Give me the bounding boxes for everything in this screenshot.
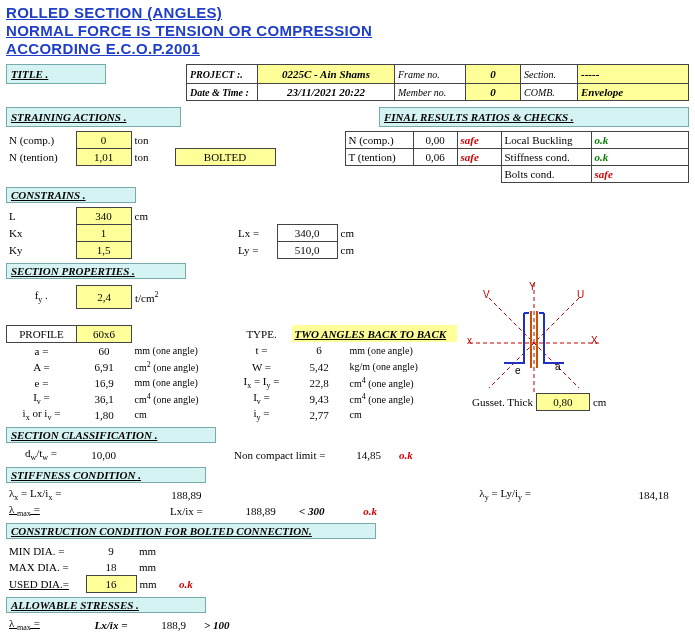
Iv-value: 36,1 (77, 391, 132, 407)
datetime-value: 23/11/2021 20:22 (258, 84, 395, 101)
L-label: L (6, 208, 76, 225)
project-value[interactable]: 0225C - Ain Shams (258, 65, 395, 84)
e-unit: mm (one angle) (132, 375, 232, 391)
res-ncomp-label: N (comp.) (345, 132, 413, 149)
lambday-value: 184,18 (618, 487, 689, 503)
A-label: A = (7, 359, 77, 375)
bolted-cell[interactable]: BOLTED (175, 149, 275, 166)
A-unit: cm2 (one angle) (132, 359, 232, 375)
res-bolts-state: safe (591, 166, 689, 183)
lambdax-value: 188,89 (148, 487, 225, 503)
allow-value: 188,9 (146, 617, 201, 633)
Iv2-value: 9,43 (292, 391, 347, 407)
Iv-unit: cm4 (one angle) (132, 391, 232, 407)
useddia-label: USED DIA.= (6, 575, 86, 592)
type-label: TYPE. (232, 325, 292, 342)
maxdia-value: 18 (86, 559, 136, 576)
Ky-input[interactable]: 1,5 (76, 242, 131, 259)
class-state: o.k (396, 447, 456, 463)
class-lim: 14,85 (341, 447, 396, 463)
gusset-label: Gusset. Thick (469, 394, 536, 411)
type-value[interactable]: TWO ANGLES BACK TO BACK (292, 325, 457, 342)
member-value[interactable]: 0 (466, 84, 521, 101)
Kx-label: Kx (6, 225, 76, 242)
W-value: 5,42 (292, 359, 347, 375)
section-label: Section. (521, 65, 578, 84)
section-value[interactable]: ----- (578, 65, 689, 84)
gusset-input[interactable]: 0,80 (536, 394, 589, 411)
maxdia-label: MAX DIA. = (6, 559, 86, 576)
Ly-value: 510,0 (277, 242, 337, 259)
a-value: 60 (77, 342, 132, 359)
heading-3: ACCORDING E.C.O.P.2001 (6, 40, 689, 58)
res-ttens-state: safe (457, 149, 501, 166)
ixiv-unit: cm (132, 407, 232, 423)
L-input[interactable]: 340 (76, 208, 131, 225)
res-locbuck-state: o.k (591, 132, 689, 149)
profile-input[interactable]: 60x6 (77, 325, 132, 342)
res-stiff-state: o.k (591, 149, 689, 166)
ixiv-value: 1,80 (77, 407, 132, 423)
maxdia-unit: mm (136, 559, 176, 576)
profile-label: PROFILE (7, 325, 77, 342)
t-label: t = (232, 342, 292, 359)
straining-header: STRAINING ACTIONS . (7, 108, 181, 127)
comb-label: COMB. (521, 84, 578, 101)
lambdax-label: λx = Lx/ix = (6, 487, 148, 503)
res-ttens-label: T (tention) (345, 149, 413, 166)
fy-input[interactable]: 2,4 (77, 286, 132, 309)
W-label: W = (232, 359, 292, 375)
res-stiff-label: Stiffness cond. (501, 149, 591, 166)
Lx-unit: cm (337, 225, 377, 242)
mindia-value: 9 (86, 543, 136, 559)
mindia-unit: mm (136, 543, 176, 559)
IxIy-unit: cm4 (one angle) (347, 375, 457, 391)
Lx-label: Lx = (235, 225, 277, 242)
res-locbuck-label: Local Buckling (501, 132, 591, 149)
Iv2-unit: cm4 (one angle) (347, 391, 457, 407)
results-header: FINAL RESULTS RATIOS & CHECKS . (380, 108, 689, 127)
class-lim-label: Non compact limit = (231, 447, 341, 463)
Ly-unit: cm (337, 242, 377, 259)
ntens-input[interactable]: 1,01 (76, 149, 131, 166)
Kx-input[interactable]: 1 (76, 225, 131, 242)
lambdamax-label: λ max = (6, 503, 148, 519)
e-value: 16,9 (77, 375, 132, 391)
mindia-label: MIN DIA. = (6, 543, 86, 559)
stiff-header: STIFFNESS CONDITION . (6, 467, 206, 483)
useddia-unit: mm (136, 575, 176, 592)
fy-unit: t/cm2 (132, 286, 232, 309)
axes-diagram: Y X x U V a e (469, 283, 599, 393)
Iv-label: Iv = (7, 391, 77, 407)
fy-label: fy . (7, 286, 77, 309)
frame-value[interactable]: 0 (466, 65, 521, 84)
allow-lmax-label: λ max = (6, 617, 76, 633)
useddia-input[interactable]: 16 (86, 575, 136, 592)
lambdamax-lim: < 300 (296, 503, 360, 519)
ntens-label: N (tention) (6, 149, 76, 166)
ncomp-unit: ton (131, 132, 175, 149)
bolt-header: CONSTRUCTION CONDITION FOR BOLTED CONNEC… (6, 523, 376, 539)
a-label: a = (7, 342, 77, 359)
t-unit: mm (one angle) (347, 342, 457, 359)
Iv2-label: Iv = (232, 391, 292, 407)
project-label: PROJECT :. (187, 65, 258, 84)
res-ncomp: 0,00 (413, 132, 457, 149)
e-label: e = (7, 375, 77, 391)
heading-1: ROLLED SECTION (ANGLES) (6, 4, 689, 22)
allow-lim: > 100 (201, 617, 261, 633)
constrains-header: CONSTRAINS . (6, 187, 136, 203)
t-value: 6 (292, 342, 347, 359)
lambdamax-state: o.k (360, 503, 412, 519)
Ky-label: Ky (6, 242, 76, 259)
iy-unit: cm (347, 407, 457, 423)
class-header: SECTION CLASSIFICATION . (6, 427, 216, 443)
comb-value[interactable]: Envelope (578, 84, 689, 101)
ncomp-input[interactable]: 0 (76, 132, 131, 149)
W-unit: kg/m (one angle) (347, 359, 457, 375)
L-unit: cm (131, 208, 175, 225)
frame-label: Frame no. (395, 65, 466, 84)
lambdamax-expr: Lx/ix = (148, 503, 225, 519)
dwtw-value: 10,00 (76, 447, 131, 463)
heading-2: NORMAL FORCE IS TENSION OR COMPRESSION (6, 22, 689, 40)
